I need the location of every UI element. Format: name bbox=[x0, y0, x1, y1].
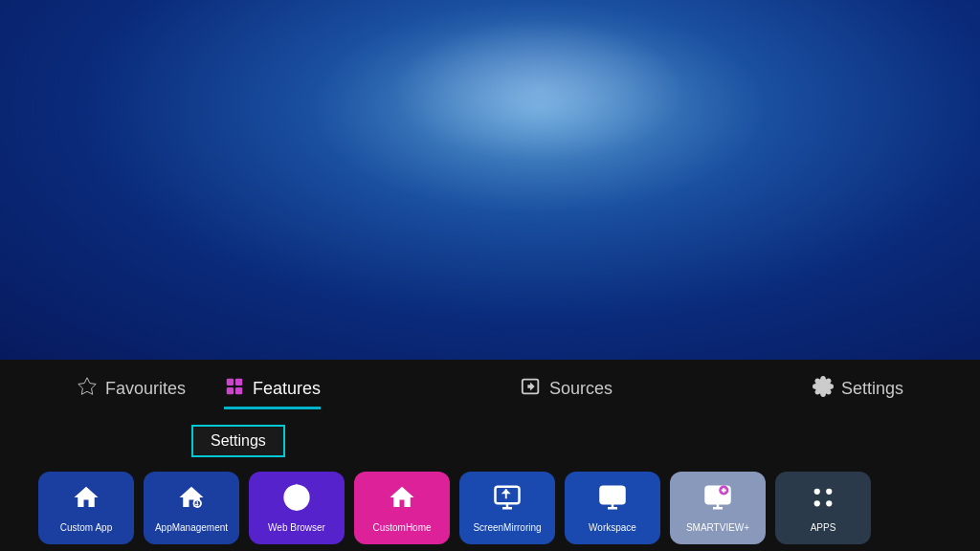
background bbox=[0, 0, 980, 360]
home-circle-icon bbox=[388, 483, 416, 518]
dots-grid-icon bbox=[809, 483, 837, 518]
app-tile-web-browser[interactable]: Web Browser bbox=[249, 472, 345, 544]
home-gear-icon bbox=[177, 483, 206, 518]
app-tile-smartview[interactable]: SMARTVIEW+ bbox=[670, 472, 766, 544]
app-label-smartview: SMARTVIEW+ bbox=[686, 522, 749, 533]
svg-rect-8 bbox=[496, 487, 520, 504]
app-tile-workspace[interactable]: Workspace bbox=[565, 472, 660, 544]
svg-rect-0 bbox=[227, 378, 234, 385]
monitor-arrow-icon bbox=[493, 483, 522, 518]
app-tile-custom-home[interactable]: CustomHome bbox=[354, 472, 450, 544]
app-tile-apps[interactable]: APPS bbox=[775, 472, 871, 544]
nav-label-sources: Sources bbox=[549, 379, 612, 399]
svg-point-6 bbox=[194, 500, 202, 508]
monitor-screen-icon bbox=[598, 483, 627, 518]
app-label-custom-home: CustomHome bbox=[372, 522, 431, 533]
nav-item-settings[interactable]: Settings bbox=[793, 368, 923, 409]
nav-label-favourites: Favourites bbox=[105, 379, 186, 399]
monitor-plus-icon bbox=[703, 483, 732, 518]
nav-label-features: Features bbox=[253, 379, 321, 399]
home-square-icon bbox=[72, 483, 100, 518]
submenu-item-settings[interactable]: Settings bbox=[191, 425, 285, 457]
app-label-app-management: AppManagement bbox=[155, 522, 228, 533]
nav-bar: Favourites Features bbox=[0, 360, 980, 417]
app-label-web-browser: Web Browser bbox=[268, 522, 325, 533]
svg-point-16 bbox=[826, 500, 832, 506]
arrow-right-icon bbox=[521, 376, 542, 402]
svg-point-15 bbox=[814, 500, 820, 506]
app-label-apps: APPS bbox=[811, 522, 836, 533]
app-tile-custom-app[interactable]: Custom App bbox=[38, 472, 134, 544]
svg-rect-10 bbox=[604, 491, 621, 500]
gear-icon bbox=[813, 376, 834, 402]
nav-item-favourites[interactable]: Favourites bbox=[57, 368, 205, 409]
nav-item-sources[interactable]: Sources bbox=[501, 368, 632, 409]
submenu-label-settings: Settings bbox=[211, 432, 266, 449]
svg-rect-1 bbox=[235, 378, 242, 385]
svg-point-13 bbox=[814, 489, 820, 495]
taskbar: Favourites Features bbox=[0, 360, 980, 551]
app-tile-app-management[interactable]: AppManagement bbox=[144, 472, 239, 544]
apps-row: Custom App AppManagement bbox=[0, 465, 980, 551]
star-icon bbox=[77, 376, 98, 402]
app-label-custom-app: Custom App bbox=[60, 522, 112, 533]
nav-label-settings: Settings bbox=[841, 379, 903, 399]
nav-item-features[interactable]: Features bbox=[205, 368, 340, 409]
submenu-area: Settings bbox=[0, 417, 980, 465]
globe-icon bbox=[282, 483, 311, 518]
tv-screen: Favourites Features bbox=[0, 0, 980, 551]
svg-rect-2 bbox=[227, 386, 234, 393]
svg-point-14 bbox=[826, 489, 832, 495]
grid-icon bbox=[224, 376, 245, 402]
app-label-workspace: Workspace bbox=[589, 522, 636, 533]
app-tile-screen-mirroring[interactable]: ScreenMirroring bbox=[459, 472, 555, 544]
app-label-screen-mirroring: ScreenMirroring bbox=[473, 522, 541, 533]
svg-rect-3 bbox=[235, 386, 242, 393]
